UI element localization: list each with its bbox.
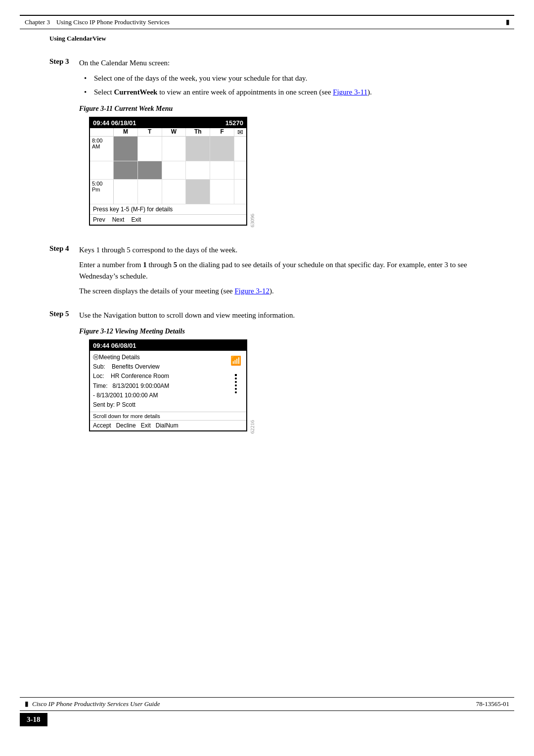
footer-doc-number: 78-13565-01: [476, 700, 509, 708]
figure-11-number: 63096: [249, 214, 255, 228]
step-5-label: Step 5: [49, 310, 79, 442]
dots-indicator: [235, 374, 237, 393]
figure-12-caption: Figure 3-12 Viewing Meeting Details: [79, 328, 485, 335]
day-T: T: [138, 128, 162, 136]
cell-Th-mid: [186, 161, 210, 179]
step-3-label: Step 3: [49, 57, 79, 236]
vmd-softkeys: Accept Decline Exit DialNum: [90, 420, 246, 430]
cell-W-5pm: [162, 180, 186, 204]
figure-12-number: 62216: [249, 420, 255, 434]
main-content: Step 3 On the Calendar Menu screen: Sele…: [49, 47, 485, 441]
vmd-line-5: Sent by: P Scott: [93, 400, 228, 410]
vmd-line-3: Time: 8/13/2001 9:00:00AM: [93, 381, 228, 391]
cw-header-row: 09:44 06/18/01 15270: [90, 118, 246, 128]
fig11-link[interactable]: Figure 3-11: [333, 88, 367, 96]
day-W: W: [162, 128, 186, 136]
cw-header-left: 09:44 06/18/01: [93, 119, 136, 127]
vmd-body: ⒽMeeting Details Sub: Benefits Overview …: [90, 351, 246, 412]
figure-11-screen: 09:44 06/18/01 15270 M T W Th F ✉: [89, 117, 247, 226]
cw-header-right: 15270: [225, 119, 243, 127]
softkey-accept[interactable]: Accept: [93, 422, 111, 429]
cell-W-mid: [162, 161, 186, 179]
time-5pm: 5:00Pm: [90, 180, 114, 204]
step-4-label: Step 4: [49, 244, 79, 301]
figure-11-caption: Figure 3-11 Current Week Menu: [79, 105, 485, 113]
step-5: Step 5 Use the Navigation button to scro…: [49, 310, 485, 442]
figure-11-wrapper: 09:44 06/18/01 15270 M T W Th F ✉: [89, 117, 485, 228]
cell-env-8am: [234, 137, 246, 161]
fig12-link[interactable]: Figure 3-12: [234, 287, 269, 295]
figure-12-screen: 09:44 06/08/01 ⒽMeeting Details Sub: Ben…: [89, 339, 247, 431]
softkey-exit2[interactable]: Exit: [141, 422, 151, 429]
softkey-exit[interactable]: Exit: [131, 216, 141, 223]
vmd-header: 09:44 06/08/01: [90, 340, 246, 351]
cell-W-8am: [162, 137, 186, 161]
softkey-next[interactable]: Next: [112, 216, 125, 223]
cw-row-8am: 8:00AM: [90, 137, 246, 161]
vmd-line-1: Sub: Benefits Overview: [93, 362, 228, 372]
header-right: ▮: [506, 18, 509, 26]
cell-T-8am: [138, 137, 162, 161]
cw-softkeys: Prev Next Exit: [90, 215, 246, 225]
day-F: F: [210, 128, 234, 136]
vmd-line-0: ⒽMeeting Details: [93, 353, 228, 362]
envelope-col: ✉: [234, 128, 246, 136]
figure-12-wrapper: 09:44 06/08/01 ⒽMeeting Details Sub: Ben…: [89, 339, 485, 433]
step-3: Step 3 On the Calendar Menu screen: Sele…: [49, 57, 485, 236]
cw-row-5pm: 5:00Pm: [90, 180, 246, 204]
softkey-decline[interactable]: Decline: [116, 422, 136, 429]
cell-Th-5pm: [186, 180, 210, 204]
cell-F-8am: [210, 137, 234, 161]
bullet-2: Select CurrentWeek to view an entire wee…: [84, 87, 485, 98]
time-8am: 8:00AM: [90, 137, 114, 161]
time-mid: [90, 161, 114, 179]
cell-T-mid: [138, 161, 162, 179]
softkey-prev[interactable]: Prev: [93, 216, 105, 223]
vmd-footer-text: Scroll down for more details: [90, 412, 246, 420]
header-chapter: Chapter 3 Using Cisco IP Phone Productiv…: [25, 18, 170, 26]
cell-env-mid: [234, 161, 246, 179]
step-3-bullets: Select one of the days of the week, you …: [84, 73, 485, 98]
day-M: M: [114, 128, 138, 136]
cell-env-5pm: [234, 180, 246, 204]
cw-days-header: M T W Th F ✉: [90, 128, 246, 137]
vmd-text-content: ⒽMeeting Details Sub: Benefits Overview …: [93, 353, 228, 410]
step-5-text: Use the Navigation button to scroll down…: [79, 310, 485, 321]
page-header: Chapter 3 Using Cisco IP Phone Productiv…: [20, 15, 514, 29]
step-5-content: Use the Navigation button to scroll down…: [79, 310, 485, 442]
step-4-line2: Enter a number from 1 through 5 on the d…: [79, 259, 485, 282]
step-4: Step 4 Keys 1 through 5 correspond to th…: [49, 244, 485, 301]
vmd-line-4: - 8/13/2001 10:00:00 AM: [93, 391, 228, 400]
vmd-icons: 📶: [228, 353, 243, 410]
step-4-line3: The screen displays the details of your …: [79, 285, 485, 297]
cw-time-spacer: [90, 128, 114, 136]
bullet-1: Select one of the days of the week, you …: [84, 73, 485, 84]
step-4-content: Keys 1 through 5 correspond to the days …: [79, 244, 485, 301]
cell-T-5pm: [138, 180, 162, 204]
cell-M-5pm: [114, 180, 138, 204]
cell-M-mid: [114, 161, 138, 179]
page-footer: ▮ Cisco IP Phone Productivity Services U…: [0, 697, 534, 726]
footer-guide-title: Cisco IP Phone Productivity Services Use…: [32, 700, 160, 708]
page-number: 3-18: [20, 713, 47, 726]
section-label: Using CalendarView: [49, 34, 485, 43]
cw-footer-text: Press key 1-5 (M-F) for details: [90, 204, 246, 215]
cell-F-mid: [210, 161, 234, 179]
cell-M-8am: [114, 137, 138, 161]
softkey-dialnum[interactable]: DialNum: [156, 422, 178, 429]
signal-icon-top: 📶: [230, 354, 241, 368]
cw-row-mid: [90, 161, 246, 180]
cell-Th-8am: [186, 137, 210, 161]
step-4-line1: Keys 1 through 5 correspond to the days …: [79, 244, 485, 256]
vmd-line-2: Loc: HR Conference Room: [93, 372, 228, 381]
step-3-intro: On the Calendar Menu screen:: [79, 57, 485, 69]
day-Th: Th: [186, 128, 210, 136]
step-3-content: On the Calendar Menu screen: Select one …: [79, 57, 485, 236]
cell-F-5pm: [210, 180, 234, 204]
